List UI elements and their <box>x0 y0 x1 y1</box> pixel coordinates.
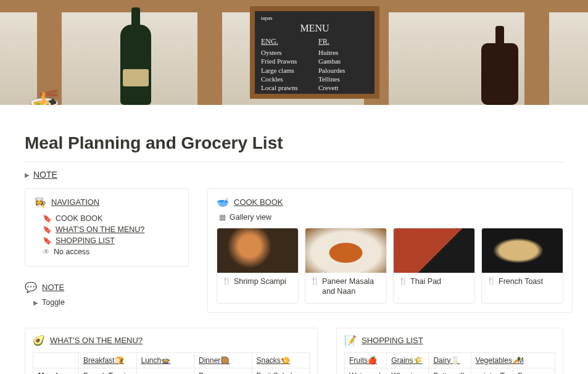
cover-chalkboard: tapas MENU ENG. Oysters Fried Prawns Lar… <box>250 6 379 99</box>
bookmark-icon: 🔖 <box>43 225 52 234</box>
recipe-image <box>305 228 386 273</box>
bookmark-icon: 🔖 <box>43 236 52 245</box>
bowl-icon: 🥣 <box>217 196 229 208</box>
divider <box>25 162 563 162</box>
cover-prop-bottle <box>120 25 151 105</box>
cell[interactable]: Fruit Salad <box>252 368 310 374</box>
page-title[interactable]: Meal Planning and Grocery List <box>25 133 563 153</box>
recipe-title: Paneer Masala and Naan <box>322 276 381 297</box>
cell[interactable] <box>136 368 194 374</box>
col-breakfast[interactable]: Breakfast🍞 <box>83 356 124 365</box>
cell[interactable]: Wheat <box>387 368 429 374</box>
row-day[interactable]: Monday <box>38 372 65 375</box>
navigation-heading[interactable]: NAVIGATION <box>51 197 99 207</box>
gallery-icon: ▦ <box>219 213 226 222</box>
view-label: Gallery view <box>230 213 271 222</box>
recipe-title: Shrimp Scampi <box>234 276 286 286</box>
fork-knife-icon: 🍴 <box>487 276 496 286</box>
recipe-title: Thai Pad <box>410 276 441 286</box>
nav-item-noaccess: 👁 No access <box>34 246 180 257</box>
recipe-image <box>217 228 298 273</box>
cell[interactable]: Paneer Masala naan <box>194 368 252 374</box>
recipe-title: French Toast <box>499 276 543 286</box>
speech-icon: 💬 <box>25 281 37 293</box>
menu-table[interactable]: Breakfast🍞 Lunch🍲 Dinner🥘 Snacks🍤 Monday… <box>33 352 310 375</box>
chef-icon: 👩‍🍳 <box>34 196 46 208</box>
cover-image[interactable]: tapas MENU ENG. Oysters Fried Prawns Lar… <box>0 0 588 105</box>
col-dairy[interactable]: Dairy🥛 <box>433 356 460 365</box>
fork-knife-icon: 🍴 <box>222 276 231 286</box>
view-tab-gallery[interactable]: ▦ Gallery view <box>217 213 563 222</box>
chevron-right-icon[interactable]: ▶ <box>33 299 38 306</box>
avocado-icon: 🥑 <box>33 335 45 346</box>
nav-item-shopping[interactable]: 🔖 SHOPPING LIST <box>34 235 180 246</box>
shopping-table[interactable]: Fruits🍎 Grains🌾 Dairy🥛 Vegetables🥕 M Wat… <box>344 352 555 375</box>
nav-item-label: COOK BOOK <box>56 214 102 223</box>
gallery-card[interactable]: 🍴Thai Pad <box>393 228 475 304</box>
menu-heading[interactable]: WHAT'S ON THE MENU? <box>50 336 143 345</box>
col-snacks[interactable]: Snacks🍤 <box>257 356 290 365</box>
shopping-database: 📝 SHOPPING LIST Fruits🍎 Grains🌾 Dairy🥛 V… <box>336 328 563 375</box>
toggle-note-top[interactable]: ▶ NOTE <box>25 170 563 180</box>
nav-item-label: SHOPPING LIST <box>56 236 115 245</box>
cover-prop-bottle <box>481 43 518 105</box>
gallery-card[interactable]: 🍴French Toast <box>481 228 563 304</box>
toggle-label: Toggle <box>42 298 65 307</box>
fork-knife-icon: 🍴 <box>310 276 320 297</box>
nav-item-cookbook[interactable]: 🔖 COOK BOOK <box>34 213 180 224</box>
cookbook-block: 🥣 COOK BOOK ▦ Gallery view 🍴Shrimp Scamp… <box>207 188 573 313</box>
col-dinner[interactable]: Dinner🥘 <box>199 356 230 365</box>
cookbook-heading[interactable]: COOK BOOK <box>234 197 283 207</box>
table-row[interactable]: Watermelon Wheat Buttermilk potato, Toma… <box>345 368 555 374</box>
gallery-card[interactable]: 🍴Paneer Masala and Naan <box>305 228 387 304</box>
recipe-image <box>394 228 474 273</box>
shopping-heading[interactable]: SHOPPING LIST <box>362 336 423 345</box>
note-heading[interactable]: NOTE <box>42 283 64 292</box>
col-vegetables[interactable]: Vegetables🥕 <box>476 356 521 365</box>
table-row[interactable]: Monday French Toast Paneer Masala naan F… <box>33 368 310 374</box>
col-more[interactable]: M <box>518 356 524 365</box>
eye-off-icon: 👁 <box>43 247 50 256</box>
nav-item-menu[interactable]: 🔖 WHAT'S ON THE MENU? <box>34 224 180 235</box>
col-grains[interactable]: Grains🌾 <box>391 356 422 365</box>
gallery-card[interactable]: 🍴Shrimp Scampi <box>217 228 299 304</box>
bookmark-icon: 🔖 <box>43 214 52 223</box>
recipe-image <box>482 228 563 273</box>
nav-item-label: WHAT'S ON THE MENU? <box>56 225 144 234</box>
page-icon[interactable]: 🍜 <box>25 83 64 105</box>
cell[interactable]: French Toast <box>79 368 137 374</box>
toggle-label[interactable]: NOTE <box>33 170 57 180</box>
cell[interactable]: Buttermilk <box>429 368 471 374</box>
col-lunch[interactable]: Lunch🍲 <box>141 356 171 365</box>
chevron-right-icon[interactable]: ▶ <box>25 172 30 178</box>
note-block: 💬 NOTE ▶ Toggle <box>25 281 189 307</box>
menu-database: 🥑 WHAT'S ON THE MENU? Breakfast🍞 Lunch🍲 … <box>25 328 318 375</box>
toggle-note-inner[interactable]: ▶ Toggle <box>25 298 189 307</box>
notepad-icon: 📝 <box>344 335 357 346</box>
navigation-block: 👩‍🍳 NAVIGATION 🔖 COOK BOOK 🔖 WHAT'S ON T… <box>25 188 189 267</box>
cell[interactable]: S <box>513 368 555 374</box>
col-fruits[interactable]: Fruits🍎 <box>349 356 377 365</box>
cell[interactable]: potato, Tomato <box>471 368 513 374</box>
fork-knife-icon: 🍴 <box>399 276 408 286</box>
nav-item-label: No access <box>54 247 89 256</box>
cell[interactable]: Watermelon <box>345 368 387 374</box>
